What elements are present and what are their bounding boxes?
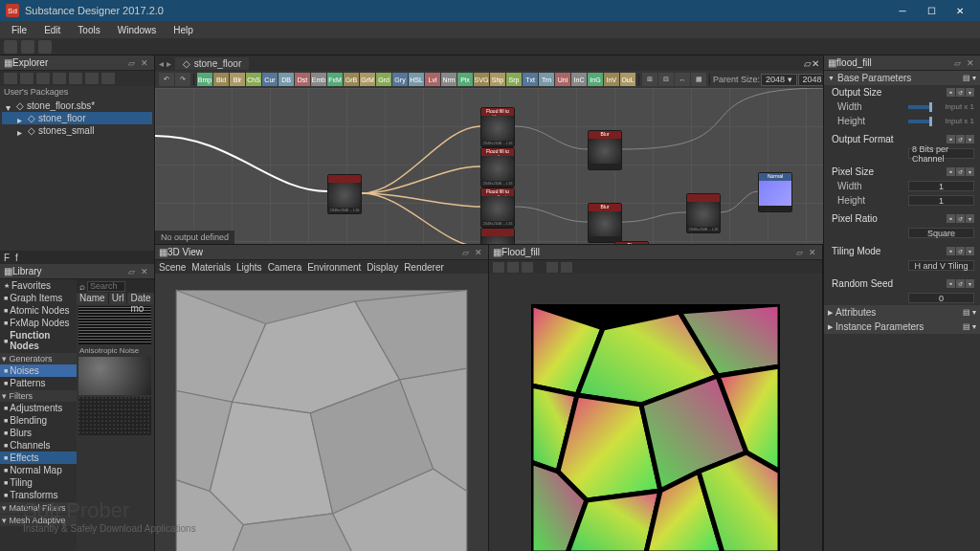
filter-tab[interactable]: f: [15, 253, 18, 263]
node-chip-uni[interactable]: Uni: [555, 73, 570, 86]
library-thumbnail[interactable]: [78, 397, 151, 435]
node-chip-shp[interactable]: Shp: [490, 73, 505, 86]
panel-close-button[interactable]: ✕: [473, 247, 484, 258]
library-category[interactable]: ★Favorites: [0, 279, 77, 292]
node-chip-db[interactable]: DB: [278, 73, 294, 86]
toolbar-button[interactable]: [21, 40, 34, 54]
library-category[interactable]: ■Function Nodes: [0, 329, 77, 352]
window-close-button[interactable]: ✕: [946, 0, 974, 21]
prop-value[interactable]: 1: [908, 195, 974, 206]
graph-node[interactable]: Blur: [588, 203, 622, 243]
view3d-menu-lights[interactable]: Lights: [236, 262, 262, 273]
graph-view-button[interactable]: ⊞: [642, 73, 657, 86]
node-chip-cur[interactable]: Cur: [262, 73, 278, 86]
explorer-tool-button[interactable]: [20, 73, 33, 84]
panel-float-button[interactable]: ▱: [125, 57, 137, 69]
explorer-tool-button[interactable]: [85, 73, 99, 84]
menu-help[interactable]: Help: [166, 23, 201, 37]
panel-float-button[interactable]: ▱: [951, 57, 963, 69]
library-search-input[interactable]: [87, 281, 125, 292]
graph-node[interactable]: 2048x2048 – L16: [686, 193, 721, 233]
explorer-tool-button[interactable]: [69, 73, 82, 84]
node-chip-nrm[interactable]: Nrm: [441, 73, 457, 86]
library-category[interactable]: ■Channels: [0, 439, 77, 452]
reset-icon[interactable]: ↺: [956, 135, 965, 143]
graph-node[interactable]: Normal: [758, 172, 792, 212]
graph-undo-button[interactable]: ↶: [159, 73, 174, 86]
prop-value[interactable]: 1: [908, 181, 974, 191]
library-category[interactable]: ■Adjustments: [0, 402, 77, 414]
prop-section-header[interactable]: ▶Attributes▤ ▾: [824, 305, 980, 320]
toolbar-button[interactable]: [4, 40, 17, 54]
node-chip-bmp[interactable]: Bmp: [197, 73, 212, 86]
reset-icon[interactable]: ↺: [956, 279, 965, 288]
view3d-menu-scene[interactable]: Scene: [159, 262, 186, 273]
graph-node[interactable]: Flood fill to gradient2048x2048 – L16: [480, 187, 515, 228]
graph-node[interactable]: Flood fill to bbox2048x2048 – L16: [480, 107, 515, 147]
library-category[interactable]: ■Patterns: [0, 377, 77, 389]
prop-value[interactable]: 8 Bits per Channel: [908, 148, 974, 159]
node-chip-ing[interactable]: InG: [588, 73, 603, 86]
prop-section-header[interactable]: ▶Instance Parameters▤ ▾: [824, 320, 980, 334]
node-chip-svg[interactable]: SVG: [474, 73, 489, 86]
graph-view-button[interactable]: ⊟: [658, 73, 674, 86]
section-menu-icon[interactable]: ▤ ▾: [963, 322, 976, 331]
library-column[interactable]: Name: [77, 293, 109, 304]
prop-section-header[interactable]: ▼Base Parameters▤ ▾: [824, 71, 980, 85]
link-icon[interactable]: ⚭: [947, 279, 955, 288]
panel-close-button[interactable]: ✕: [965, 57, 976, 69]
reset-icon[interactable]: ↺: [956, 214, 965, 223]
view2d-tool-button[interactable]: [561, 262, 572, 273]
graph-node[interactable]: 2048x2048 – L16: [327, 174, 362, 214]
parent-size-dropdown[interactable]: 2048 ▾: [798, 74, 824, 86]
graph-node[interactable]: Flood fill to random2048x2048 – L16: [480, 147, 515, 187]
reset-icon[interactable]: ↺: [956, 167, 965, 176]
node-chip-blr[interactable]: Blr: [230, 73, 245, 86]
panel-close-button[interactable]: ✕: [807, 247, 818, 258]
graph-node[interactable]: Blur: [614, 241, 649, 244]
panel-close-button[interactable]: ✕: [139, 266, 150, 277]
menu-icon[interactable]: ▾: [966, 247, 974, 255]
graph-undo-button[interactable]: ↷: [175, 73, 190, 86]
node-chip-grm[interactable]: GrM: [360, 73, 375, 86]
prop-slider[interactable]: [908, 120, 932, 123]
node-chip-chs[interactable]: ChS: [246, 73, 261, 86]
parent-size-dropdown[interactable]: 2048 ▾: [761, 74, 797, 86]
link-icon[interactable]: ⚭: [947, 214, 955, 223]
tree-item[interactable]: ▸◇stones_small: [2, 124, 152, 137]
link-icon[interactable]: ⚭: [947, 135, 955, 143]
node-chip-oul[interactable]: OuL: [620, 73, 635, 86]
filter-tab[interactable]: F: [4, 253, 10, 263]
view3d-menu-environment[interactable]: Environment: [307, 262, 361, 273]
menu-icon[interactable]: ▾: [966, 167, 974, 176]
prop-value[interactable]: H and V Tiling: [908, 260, 974, 271]
prop-slider[interactable]: [908, 105, 932, 109]
view3d-menu-materials[interactable]: Materials: [191, 262, 231, 273]
library-thumbnail[interactable]: [78, 357, 151, 395]
menu-icon[interactable]: ▾: [966, 88, 974, 97]
graph-view-button[interactable]: ▦: [691, 73, 706, 86]
window-minimize-button[interactable]: ─: [888, 0, 917, 21]
menu-icon[interactable]: ▾: [966, 279, 974, 288]
node-chip-trn[interactable]: Trn: [539, 73, 554, 86]
panel-float-button[interactable]: ▱: [793, 247, 805, 258]
node-chip-inc[interactable]: InC: [571, 73, 587, 86]
panel-float-button[interactable]: ▱: [804, 58, 812, 69]
menu-icon[interactable]: ▾: [966, 214, 974, 223]
prop-value[interactable]: Square: [908, 228, 974, 238]
node-chip-bld[interactable]: Bld: [213, 73, 229, 86]
library-category[interactable]: ■Atomic Nodes: [0, 304, 77, 317]
view2d-tool-button[interactable]: [546, 262, 558, 273]
graph-canvas[interactable]: 2048x2048 – L16Flood fill to bbox2048x20…: [155, 88, 823, 244]
node-chip-dst[interactable]: Dst: [295, 73, 310, 86]
view3d-canvas[interactable]: [155, 274, 488, 551]
panel-close-button[interactable]: ✕: [139, 57, 150, 69]
graph-view-button[interactable]: ↔: [675, 73, 690, 86]
tree-item[interactable]: ▸◇stone_floor: [2, 112, 152, 124]
panel-close-button[interactable]: ✕: [812, 58, 819, 69]
section-menu-icon[interactable]: ▤ ▾: [963, 74, 976, 82]
explorer-tool-button[interactable]: [4, 73, 17, 84]
view3d-menu-display[interactable]: Display: [367, 262, 398, 273]
node-chip-inv[interactable]: InV: [604, 73, 619, 86]
menu-tools[interactable]: Tools: [70, 23, 107, 37]
